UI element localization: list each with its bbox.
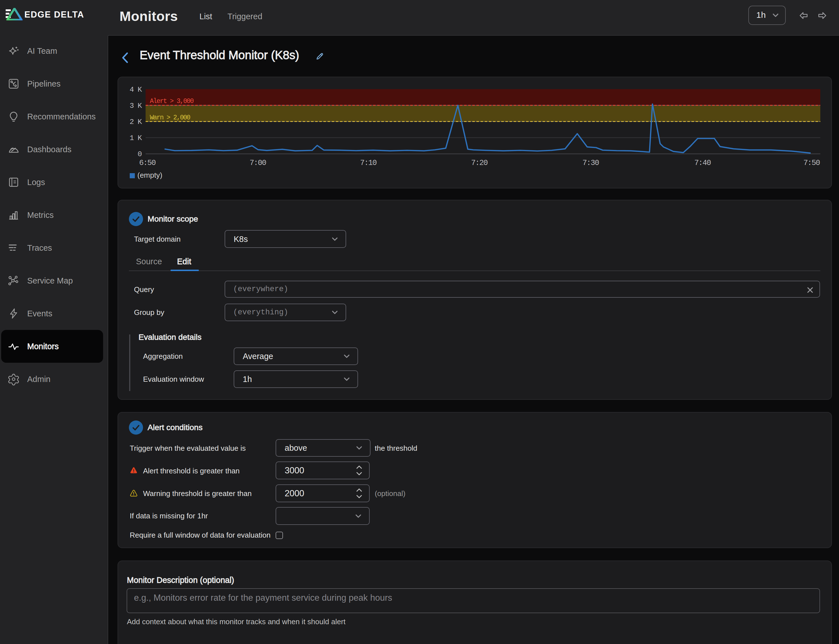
svg-text:7:50: 7:50 <box>803 159 820 167</box>
svg-text:Warn > 2,000: Warn > 2,000 <box>150 114 190 122</box>
svg-text:7:10: 7:10 <box>360 159 376 167</box>
svg-text:3 K: 3 K <box>129 102 142 110</box>
svg-text:6:50: 6:50 <box>139 159 155 167</box>
svg-text:(empty): (empty) <box>137 171 162 179</box>
svg-text:Alert > 3,000: Alert > 3,000 <box>150 98 194 105</box>
svg-text:7:40: 7:40 <box>694 159 711 167</box>
svg-text:7:30: 7:30 <box>582 159 599 167</box>
svg-text:2 K: 2 K <box>129 118 142 126</box>
svg-text:7:20: 7:20 <box>471 159 488 167</box>
svg-text:7:00: 7:00 <box>249 159 266 167</box>
svg-text:1 K: 1 K <box>129 134 142 142</box>
svg-text:0: 0 <box>138 150 142 158</box>
svg-text:4 K: 4 K <box>129 85 142 94</box>
